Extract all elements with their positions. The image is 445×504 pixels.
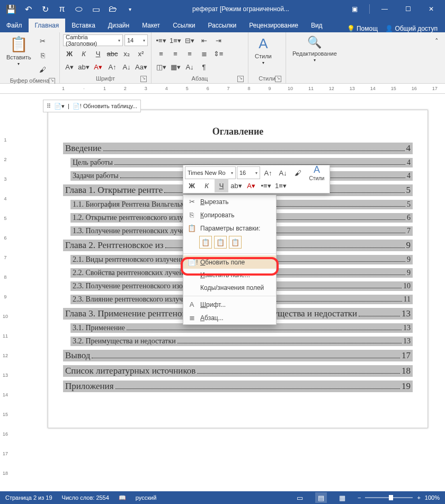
- font-size-select[interactable]: 14▾: [124, 34, 148, 46]
- mini-underline-button[interactable]: Ч: [215, 179, 228, 192]
- undo-icon[interactable]: ↶: [20, 2, 36, 16]
- superscript-button[interactable]: x²: [135, 47, 147, 60]
- collapse-ribbon-icon[interactable]: ˄: [430, 34, 443, 47]
- grow-font-button[interactable]: A↑: [106, 60, 119, 73]
- toc-entry[interactable]: Вывод 17: [63, 350, 413, 361]
- tab-home[interactable]: Главная: [29, 19, 66, 32]
- font-color-button[interactable]: A▾: [92, 60, 104, 73]
- web-layout-icon[interactable]: ▦: [336, 492, 348, 503]
- subscript-button[interactable]: x₂: [120, 47, 133, 60]
- open-icon[interactable]: 🗁: [105, 2, 121, 16]
- mini-bullets-button[interactable]: •≡▾: [259, 179, 273, 192]
- mini-highlight-button[interactable]: ab▾: [229, 179, 243, 192]
- mini-numbering-button[interactable]: 1≡▾: [274, 179, 288, 192]
- format-painter-icon[interactable]: 🖌: [37, 63, 49, 76]
- status-page[interactable]: Страница 2 из 19: [5, 494, 52, 501]
- paste-text-only-icon[interactable]: 📋: [229, 236, 242, 249]
- toc-menu-icon[interactable]: 📄▾: [54, 103, 65, 110]
- pagebreak-icon[interactable]: ⬭: [71, 2, 87, 16]
- tab-review[interactable]: Рецензирование: [243, 19, 305, 32]
- tab-view[interactable]: Вид: [305, 19, 329, 32]
- horizontal-ruler[interactable]: 1·1234567891011121314151617: [0, 84, 445, 94]
- menu-cut[interactable]: ✂Вырезать: [183, 195, 276, 208]
- sort-button[interactable]: A↓: [183, 60, 196, 73]
- indent-right-button[interactable]: ⇥: [212, 34, 225, 47]
- tab-design[interactable]: Дизайн: [102, 19, 136, 32]
- toc-handle-icon[interactable]: ⠿: [47, 103, 51, 110]
- mini-grow-font-button[interactable]: A↑: [261, 166, 275, 180]
- menu-paragraph[interactable]: ≣Абзац...: [183, 311, 276, 324]
- tab-file[interactable]: Файл: [0, 19, 29, 32]
- tab-mailings[interactable]: Рассылки: [201, 19, 243, 32]
- bullets-button[interactable]: •≡▾: [155, 34, 167, 47]
- numbering-button[interactable]: 1≡▾: [169, 34, 182, 47]
- paste-keep-source-icon[interactable]: 📋: [199, 236, 212, 249]
- paste-merge-icon[interactable]: 📋: [214, 236, 227, 249]
- menu-toggle-field-codes[interactable]: Коды/значения полей: [183, 281, 276, 294]
- tell-me[interactable]: 💡 Помощ: [347, 25, 378, 32]
- mini-shrink-font-button[interactable]: A↓: [276, 166, 290, 180]
- borders-button[interactable]: ▦▾: [169, 60, 182, 73]
- zoom-out-icon[interactable]: −: [358, 494, 361, 501]
- editing-button[interactable]: 🔍Редактирование▾: [289, 34, 340, 64]
- zoom-slider[interactable]: [365, 497, 413, 498]
- mini-font-color-button[interactable]: A▾: [244, 179, 258, 192]
- indent-left-button[interactable]: ⇤: [198, 34, 210, 47]
- ribbon-options-icon[interactable]: ▣: [344, 0, 365, 18]
- cut-icon[interactable]: ✂: [37, 34, 49, 47]
- mini-bold-button[interactable]: Ж: [185, 179, 199, 192]
- read-mode-icon[interactable]: ▭: [294, 492, 306, 503]
- toc-control-bar[interactable]: ⠿ 📄▾ | 📄! Обновить таблицу...: [43, 100, 141, 112]
- highlight-button[interactable]: ab▾: [77, 60, 90, 73]
- redo-icon[interactable]: ↻: [37, 2, 53, 16]
- mini-italic-button[interactable]: К: [200, 179, 213, 192]
- styles-button[interactable]: AСтили▾: [252, 34, 275, 66]
- shading-button[interactable]: ◫▾: [155, 60, 167, 73]
- toc-entry[interactable]: Введение 4: [63, 143, 413, 154]
- share-button[interactable]: 👤 Общий доступ: [385, 25, 438, 32]
- toc-entry[interactable]: 3.2. Преимущества и недостатки 13: [70, 337, 413, 346]
- copy-icon[interactable]: ⎘: [37, 49, 49, 61]
- menu-edit-field[interactable]: Изменить поле...: [183, 269, 276, 281]
- align-right-button[interactable]: ≡: [183, 47, 196, 60]
- underline-button[interactable]: Ч: [92, 47, 104, 60]
- dialog-launcher-icon[interactable]: ↘: [275, 76, 281, 82]
- status-language[interactable]: русский: [136, 494, 156, 501]
- justify-button[interactable]: ≣: [198, 47, 210, 60]
- italic-button[interactable]: К: [77, 47, 90, 60]
- menu-copy[interactable]: ⎘Копировать: [183, 208, 276, 222]
- update-table-button[interactable]: 📄! Обновить таблицу...: [73, 103, 137, 110]
- zoom-control[interactable]: − + 100%: [358, 494, 440, 501]
- dialog-launcher-icon[interactable]: ↘: [140, 76, 147, 82]
- maximize-icon[interactable]: ☐: [397, 0, 419, 18]
- zoom-in-icon[interactable]: +: [417, 494, 420, 501]
- bold-button[interactable]: Ж: [63, 47, 76, 60]
- minimize-icon[interactable]: ―: [374, 0, 395, 18]
- menu-font[interactable]: AШрифт...: [183, 298, 276, 311]
- show-marks-button[interactable]: ¶: [198, 60, 210, 73]
- align-left-button[interactable]: ≡: [155, 47, 167, 60]
- text-effects-button[interactable]: A▾: [63, 60, 76, 73]
- new-icon[interactable]: ▭: [88, 2, 104, 16]
- close-icon[interactable]: ✕: [421, 0, 442, 18]
- line-spacing-button[interactable]: ⇕≡: [212, 47, 225, 60]
- status-word-count[interactable]: Число слов: 2554: [62, 494, 109, 501]
- equation-icon[interactable]: π: [54, 2, 70, 16]
- tab-references[interactable]: Ссылки: [166, 19, 201, 32]
- align-center-button[interactable]: ≡: [169, 47, 182, 60]
- menu-update-field[interactable]: 📄!Обновить поле: [183, 255, 276, 269]
- qat-more-icon[interactable]: ▾: [122, 2, 138, 16]
- shrink-font-button[interactable]: A↓: [120, 60, 133, 73]
- save-icon[interactable]: 💾: [3, 2, 19, 16]
- zoom-value[interactable]: 100%: [425, 494, 440, 501]
- strike-button[interactable]: abc: [106, 47, 119, 60]
- dialog-launcher-icon[interactable]: ↘: [237, 76, 244, 82]
- toc-entry[interactable]: Приложения 19: [63, 381, 413, 392]
- mini-size-select[interactable]: 16▾: [237, 166, 260, 179]
- change-case-button[interactable]: Aa▾: [135, 60, 148, 73]
- font-family-select[interactable]: Cambria (Заголовки)▾: [63, 34, 123, 46]
- paste-button[interactable]: 📋 Вставить ▾: [3, 34, 34, 67]
- mini-font-select[interactable]: Times New Ro▾: [185, 166, 236, 179]
- toc-entry[interactable]: Список литературных источников 18: [63, 365, 413, 377]
- print-layout-icon[interactable]: ▤: [315, 492, 327, 503]
